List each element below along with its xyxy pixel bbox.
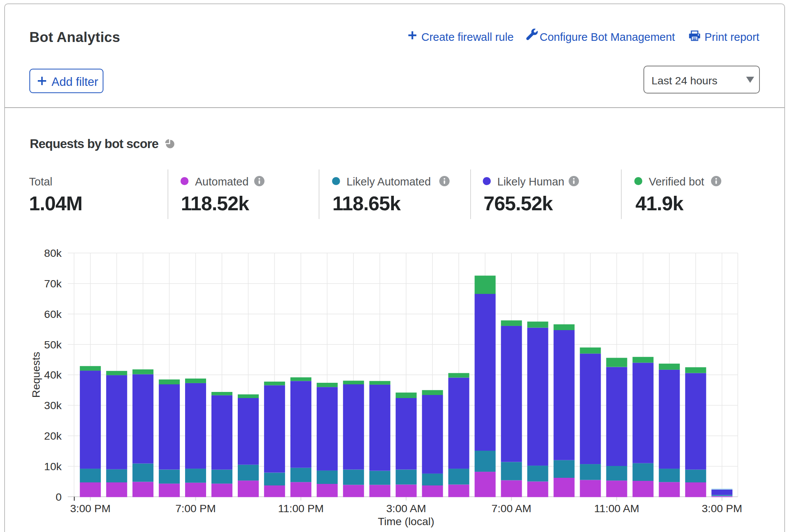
svg-text:80k: 80k [44,247,62,259]
svg-text:0: 0 [56,491,62,503]
svg-text:30k: 30k [44,399,62,411]
svg-text:Requests: Requests [30,352,42,398]
svg-text:20k: 20k [44,430,62,442]
svg-text:7:00 AM: 7:00 AM [492,502,532,514]
svg-text:3:00 AM: 3:00 AM [386,502,426,514]
svg-text:70k: 70k [44,277,62,290]
svg-text:11:00 PM: 11:00 PM [278,502,324,514]
svg-text:60k: 60k [44,308,62,320]
svg-text:Time (local): Time (local) [378,515,434,527]
svg-text:3:00 PM: 3:00 PM [702,502,742,514]
svg-text:7:00 PM: 7:00 PM [175,502,216,514]
svg-text:11:00 AM: 11:00 AM [594,502,639,514]
svg-text:3:00 PM: 3:00 PM [70,502,111,514]
svg-text:10k: 10k [44,460,62,472]
svg-text:50k: 50k [44,339,62,351]
svg-text:40k: 40k [44,369,62,381]
